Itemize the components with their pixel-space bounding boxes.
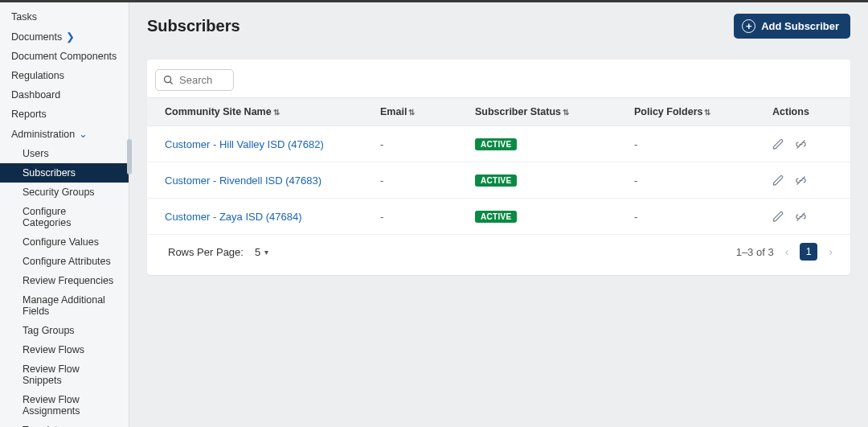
table-row: Customer - Hill Valley ISD (47682) - ACT…: [147, 126, 850, 162]
add-subscriber-button[interactable]: + Add Subscriber: [734, 14, 850, 39]
main: Subscribers + Add Subscriber Community S…: [129, 2, 868, 427]
svg-line-3: [797, 176, 805, 184]
nav-label: Tasks: [11, 11, 37, 23]
pager-prev[interactable]: ‹: [782, 244, 792, 260]
status-badge: ACTIVE: [475, 138, 517, 150]
table-footer: Rows Per Page: 5 ▾ 1–3 of 3 ‹ 1 ›: [147, 235, 850, 270]
status-badge: ACTIVE: [475, 211, 517, 223]
pager: 1–3 of 3 ‹ 1 ›: [736, 243, 836, 261]
plus-circle-icon: +: [742, 19, 755, 33]
rows-per-page-select[interactable]: 5 ▾: [255, 246, 268, 258]
table-row: Customer - Zaya ISD (47684) - ACTIVE -: [147, 199, 850, 235]
nav-administration[interactable]: Administration ⌄: [0, 124, 129, 144]
nav-label: Review Frequencies: [23, 275, 113, 286]
unlink-icon[interactable]: [794, 211, 808, 223]
subscriber-link[interactable]: Customer - Hill Valley ISD (47682): [165, 138, 324, 150]
cell-email: -: [372, 199, 467, 235]
cell-folders: -: [626, 199, 764, 235]
nav-regulations[interactable]: Regulations: [0, 66, 129, 85]
status-badge: ACTIVE: [475, 174, 517, 187]
nav-tasks[interactable]: Tasks: [0, 7, 129, 27]
sidebar: Tasks Documents ❯ Document Components Re…: [0, 2, 129, 427]
sort-icon: ⇅: [273, 108, 280, 117]
add-subscriber-label: Add Subscriber: [761, 20, 839, 32]
search-wrap: [147, 60, 850, 97]
col-subscriber-status[interactable]: Subscriber Status⇅: [467, 98, 626, 126]
table-header-row: Community Site Name⇅ Email⇅ Subscriber S…: [147, 98, 850, 126]
search-icon: [162, 74, 174, 86]
svg-line-1: [170, 82, 173, 84]
nav-admin-review-flow-snippets[interactable]: Review Flow Snippets: [0, 359, 129, 390]
nav-label: Configure Attributes: [23, 256, 111, 267]
nav-admin-configure-attributes[interactable]: Configure Attributes: [0, 252, 129, 271]
nav-reports[interactable]: Reports: [0, 105, 129, 124]
col-community-site-name[interactable]: Community Site Name⇅: [147, 98, 372, 126]
svg-point-0: [165, 76, 171, 83]
nav-admin-tag-groups[interactable]: Tag Groups: [0, 321, 129, 340]
pager-current-page[interactable]: 1: [800, 243, 817, 261]
sort-icon: ⇅: [563, 108, 569, 117]
pager-next[interactable]: ›: [825, 244, 836, 260]
nav-admin-users[interactable]: Users: [0, 144, 129, 163]
search-box[interactable]: [155, 69, 234, 91]
page-header: Subscribers + Add Subscriber: [147, 14, 850, 39]
subscriber-link[interactable]: Customer - Zaya ISD (47684): [165, 211, 302, 223]
nav-label: Review Flow Snippets: [23, 363, 117, 386]
edit-icon[interactable]: [772, 138, 784, 150]
nav: Tasks Documents ❯ Document Components Re…: [0, 2, 129, 427]
nav-label: Administration: [11, 129, 75, 140]
cell-actions: [764, 162, 850, 199]
nav-admin-configure-values[interactable]: Configure Values: [0, 232, 129, 252]
nav-document-components[interactable]: Document Components: [0, 47, 129, 66]
nav-admin-configure-categories[interactable]: Configure Categories: [0, 202, 129, 232]
nav-label: Review Flows: [23, 344, 84, 355]
nav-label: Dashboard: [11, 89, 60, 101]
nav-label: Manage Additional Fields: [23, 294, 117, 317]
nav-admin-manage-additional-fields[interactable]: Manage Additional Fields: [0, 290, 129, 321]
sort-icon: ⇅: [704, 108, 710, 117]
nav-label: Tag Groups: [23, 325, 75, 336]
cell-actions: [764, 126, 850, 162]
nav-label: Documents: [11, 31, 62, 43]
col-policy-folders[interactable]: Policy Folders⇅: [626, 98, 764, 126]
nav-label: Security Groups: [23, 187, 95, 198]
unlink-icon[interactable]: [794, 138, 808, 150]
subscribers-table: Community Site Name⇅ Email⇅ Subscriber S…: [147, 97, 850, 235]
pager-range: 1–3 of 3: [736, 246, 774, 258]
search-input[interactable]: [179, 74, 224, 86]
cell-status: ACTIVE: [467, 126, 626, 162]
nav-admin-template-assignments[interactable]: Template Assignments: [0, 421, 129, 427]
unlink-icon[interactable]: [794, 174, 808, 187]
col-actions: Actions: [764, 98, 850, 126]
nav-admin-review-frequencies[interactable]: Review Frequencies: [0, 271, 129, 290]
cell-folders: -: [626, 126, 764, 162]
nav-label: Subscribers: [23, 167, 76, 179]
cell-actions: [764, 199, 850, 235]
sidebar-resize-handle[interactable]: [127, 139, 132, 174]
sort-icon: ⇅: [408, 108, 415, 117]
page-title: Subscribers: [147, 17, 240, 35]
svg-line-2: [797, 140, 805, 148]
nav-admin-security-groups[interactable]: Security Groups: [0, 183, 129, 202]
cell-email: -: [372, 126, 467, 162]
edit-icon[interactable]: [772, 211, 784, 223]
nav-dashboard[interactable]: Dashboard: [0, 85, 129, 105]
rows-per-page-value: 5: [255, 246, 260, 258]
nav-admin-subscribers[interactable]: Subscribers: [0, 163, 129, 183]
nav-label: Configure Values: [23, 236, 99, 248]
subscriber-link[interactable]: Customer - Rivendell ISD (47683): [165, 174, 321, 187]
nav-admin-review-flows[interactable]: Review Flows: [0, 340, 129, 359]
cell-folders: -: [626, 162, 764, 199]
edit-icon[interactable]: [772, 174, 784, 187]
nav-admin-review-flow-assignments[interactable]: Review Flow Assignments: [0, 390, 129, 421]
subscribers-card: Community Site Name⇅ Email⇅ Subscriber S…: [147, 60, 850, 275]
col-email[interactable]: Email⇅: [372, 98, 467, 126]
cell-status: ACTIVE: [467, 199, 626, 235]
nav-label: Configure Categories: [23, 206, 117, 228]
chevron-down-icon: ⌄: [79, 128, 88, 140]
chevron-right-icon: ❯: [66, 31, 75, 43]
table-row: Customer - Rivendell ISD (47683) - ACTIV…: [147, 162, 850, 199]
nav-label: Users: [23, 148, 49, 159]
nav-documents[interactable]: Documents ❯: [0, 27, 129, 47]
cell-email: -: [372, 162, 467, 199]
